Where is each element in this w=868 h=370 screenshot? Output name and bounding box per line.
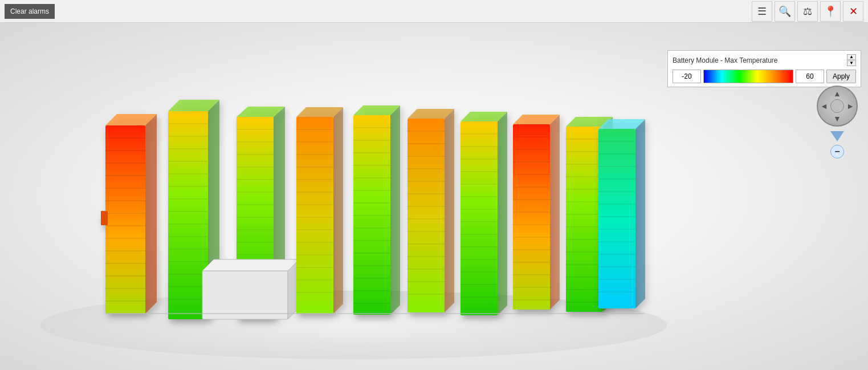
svg-marker-57 (202, 259, 299, 271)
svg-rect-144 (566, 127, 603, 312)
min-value-input[interactable] (673, 70, 701, 83)
nav-right-arrow[interactable]: ► (846, 101, 854, 111)
toolbar-icons: ☰ 🔍 ⚖ 📍 ✕ (752, 1, 863, 22)
navigation-ring: ▲ ▼ ◄ ► (817, 86, 858, 127)
svg-marker-108 (445, 109, 454, 312)
pin-icon: 📍 (824, 5, 837, 18)
svg-rect-93 (407, 119, 445, 312)
nav-view-down-button[interactable] (830, 131, 844, 141)
color-panel-header: Battery Module - Max Temperature ▲ ▼ (673, 54, 856, 66)
scale-button[interactable]: ⚖ (797, 1, 818, 22)
svg-marker-91 (390, 105, 400, 315)
search-icon: 🔍 (779, 5, 791, 18)
nav-center[interactable] (830, 99, 844, 113)
minus-icon: − (834, 147, 840, 157)
svg-rect-58 (296, 117, 333, 314)
svg-rect-127 (513, 124, 550, 310)
svg-rect-161 (598, 129, 635, 308)
layers-button[interactable]: ☰ (752, 1, 772, 22)
svg-marker-142 (550, 115, 560, 310)
apply-button[interactable]: Apply (826, 70, 856, 83)
svg-rect-110 (461, 121, 498, 315)
search-button[interactable]: 🔍 (775, 1, 795, 22)
pin-button[interactable]: 📍 (820, 1, 841, 22)
color-panel-spinners: ▲ ▼ (847, 54, 856, 66)
spinner-down-button[interactable]: ▼ (847, 60, 856, 66)
layers-icon: ☰ (757, 5, 767, 18)
svg-marker-73 (333, 107, 343, 314)
toolbar: Clear alarms ☰ 🔍 ⚖ 📍 ✕ (0, 0, 868, 23)
scale-icon: ⚖ (803, 5, 812, 18)
max-value-input[interactable] (796, 70, 824, 83)
svg-rect-55 (202, 271, 288, 319)
color-panel-controls: Apply (673, 70, 856, 83)
svg-rect-18 (101, 211, 108, 225)
svg-marker-16 (145, 114, 157, 314)
close-window-button[interactable]: ✕ (843, 1, 863, 22)
color-panel-title: Battery Module - Max Temperature (673, 56, 847, 64)
navigation-controls: ▲ ▼ ◄ ► − (817, 86, 858, 161)
svg-rect-1 (105, 125, 145, 314)
color-panel: Battery Module - Max Temperature ▲ ▼ App… (667, 50, 861, 87)
nav-circle[interactable]: ▲ ▼ ◄ ► (817, 86, 858, 127)
close-icon: ✕ (849, 5, 858, 18)
clear-alarms-button[interactable]: Clear alarms (5, 4, 55, 19)
svg-marker-175 (635, 119, 645, 308)
svg-marker-125 (498, 112, 507, 315)
nav-down-arrow[interactable]: ▼ (833, 114, 841, 123)
spinner-up-button[interactable]: ▲ (847, 54, 856, 60)
svg-rect-75 (353, 115, 390, 315)
nav-up-arrow[interactable]: ▲ (833, 89, 841, 98)
zoom-out-button[interactable]: − (830, 145, 844, 158)
color-gradient (703, 70, 793, 83)
viewport[interactable]: Battery Module - Max Temperature ▲ ▼ App… (0, 23, 868, 370)
nav-left-arrow[interactable]: ◄ (820, 101, 828, 111)
